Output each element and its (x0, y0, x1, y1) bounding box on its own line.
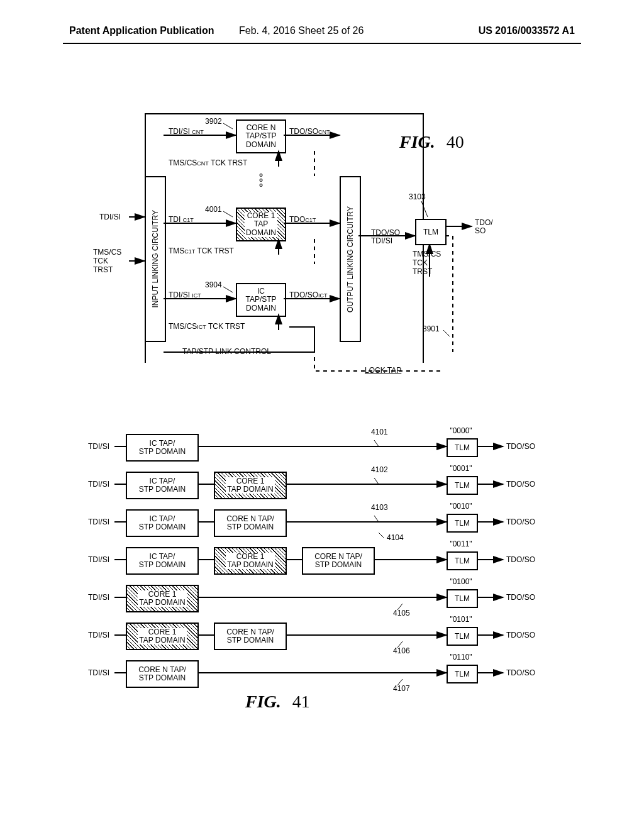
label-tdisi-in: TDI/SI (99, 213, 121, 221)
ic-tms-label: TMS/CSICT TCK TRST (169, 322, 245, 331)
ref-4105: 4105 (393, 609, 410, 617)
header-left: Patent Application Publication (69, 25, 214, 36)
r6-coren: CORE N TAP/ STP DOMAIN (214, 622, 287, 650)
tap-link-control: TAP/STP LINK CONTROL (182, 347, 271, 356)
r5-tdoso: TDO/SO (506, 593, 535, 602)
ref-4001: 4001 (205, 205, 222, 214)
r7-tlm: TLM (447, 665, 478, 683)
coren-tdo-label: TDO/SOCNT (289, 127, 330, 136)
core-1-tap-domain: CORE 1 TAP DOMAIN (236, 208, 286, 241)
label-tms-in: TMS/CS TCK TRST (93, 248, 121, 274)
r5-tlm: TLM (447, 589, 478, 608)
r5-bits: "0100" (444, 577, 478, 586)
ref-4102: 4102 (371, 465, 388, 474)
header-rule (63, 43, 581, 44)
r5-tdisi: TDI/SI (88, 593, 109, 602)
figure-41: TDI/SI IC TAP/ STP DOMAIN TLM "0000" TDO… (88, 428, 547, 742)
r6-tdoso: TDO/SO (506, 631, 535, 639)
r2-ictap: IC TAP/ STP DOMAIN (126, 472, 199, 499)
vertical-ellipsis: ∘∘∘ (258, 173, 263, 188)
fig41-title: FIG.41 (245, 692, 310, 712)
r6-tdisi: TDI/SI (88, 631, 109, 639)
ref-4101: 4101 (371, 428, 388, 436)
input-linking-label: INPUT LINKING CIRCUITRY (151, 210, 160, 308)
r6-tlm: TLM (447, 627, 478, 646)
r1-tdisi: TDI/SI (88, 442, 109, 451)
coren-tdi-label: TDI/SI CNT (169, 127, 204, 136)
r3-tdoso: TDO/SO (506, 517, 535, 526)
r2-core1: CORE 1 TAP DOMAIN (214, 472, 287, 499)
r3-tdisi: TDI/SI (88, 517, 109, 526)
ref-3904: 3904 (205, 280, 222, 289)
output-linking-circuitry: OUTPUT LINKING CIRCUITRY (340, 176, 361, 342)
fig40-title: FIG.40 (399, 132, 464, 152)
r3-coren: CORE N TAP/ STP DOMAIN (214, 509, 287, 537)
r6-core1: CORE 1 TAP DOMAIN (126, 622, 199, 650)
ic-tap-stp-domain: IC TAP/STP DOMAIN (236, 283, 286, 317)
tlm-output-label: TDO/ SO (475, 219, 493, 235)
tlm-input-labels: TDO/SO TDI/SI (371, 229, 400, 245)
ref-4104: 4104 (387, 533, 404, 542)
r3-bits: "0010" (444, 502, 478, 511)
r4-ictap: IC TAP/ STP DOMAIN (126, 547, 199, 575)
tlm-tms-labels: TMS/CS TCK TRST (413, 250, 441, 276)
ref-3103: 3103 (409, 192, 426, 201)
ref-3902: 3902 (205, 117, 222, 126)
ic-tdo-label: TDO/SOICT (289, 290, 328, 299)
core1-tms-label: TMSC1T TCK TRST (169, 246, 234, 255)
r6-bits: "0101" (444, 615, 478, 624)
ref-4107: 4107 (393, 684, 410, 693)
r4-coren: CORE N TAP/ STP DOMAIN (302, 547, 375, 575)
ref-4103: 4103 (371, 503, 388, 512)
r4-bits: "0011" (444, 540, 478, 548)
r1-ictap: IC TAP/ STP DOMAIN (126, 434, 199, 462)
coren-tms-label: TMS/CSCNT TCK TRST (169, 158, 247, 167)
ic-tdi-label: TDI/SI ICT (169, 290, 201, 299)
r4-core1: CORE 1 TAP DOMAIN (214, 547, 287, 575)
r7-bits: "0110" (444, 653, 478, 661)
r7-tdoso: TDO/SO (506, 668, 535, 677)
core1-tdo-label: TDOC1T (289, 215, 316, 224)
r4-tdoso: TDO/SO (506, 555, 535, 564)
r4-tdisi: TDI/SI (88, 555, 109, 564)
header-center: Feb. 4, 2016 Sheet 25 of 26 (239, 25, 364, 36)
r7-coren: CORE N TAP/ STP DOMAIN (126, 660, 199, 688)
tlm-block: TLM (415, 219, 447, 245)
core1-tdi-label: TDI C1T (169, 215, 194, 224)
r2-tlm: TLM (447, 476, 478, 495)
r1-tlm: TLM (447, 438, 478, 457)
r3-tlm: TLM (447, 514, 478, 533)
ref-3901: 3901 (423, 324, 440, 333)
input-linking-circuitry: INPUT LINKING CIRCUITRY (145, 176, 166, 342)
r2-tdoso: TDO/SO (506, 480, 535, 489)
r1-bits: "0000" (444, 426, 478, 435)
r3-ictap: IC TAP/ STP DOMAIN (126, 509, 199, 537)
figure-40: INPUT LINKING CIRCUITRY OUTPUT LINKING C… (101, 113, 541, 377)
r1-tdoso: TDO/SO (506, 442, 535, 451)
r4-tlm: TLM (447, 551, 478, 570)
r5-core1: CORE 1 TAP DOMAIN (126, 585, 199, 612)
lock-tap: LOCK TAP (365, 366, 401, 375)
header-right: US 2016/0033572 A1 (479, 25, 575, 36)
output-linking-label: OUTPUT LINKING CIRCUITRY (346, 206, 355, 313)
r2-tdisi: TDI/SI (88, 480, 109, 489)
r7-tdisi: TDI/SI (88, 668, 109, 677)
core-n-tap-stp-domain: CORE N TAP/STP DOMAIN (236, 119, 286, 153)
r2-bits: "0001" (444, 464, 478, 473)
ref-4106: 4106 (393, 646, 410, 655)
